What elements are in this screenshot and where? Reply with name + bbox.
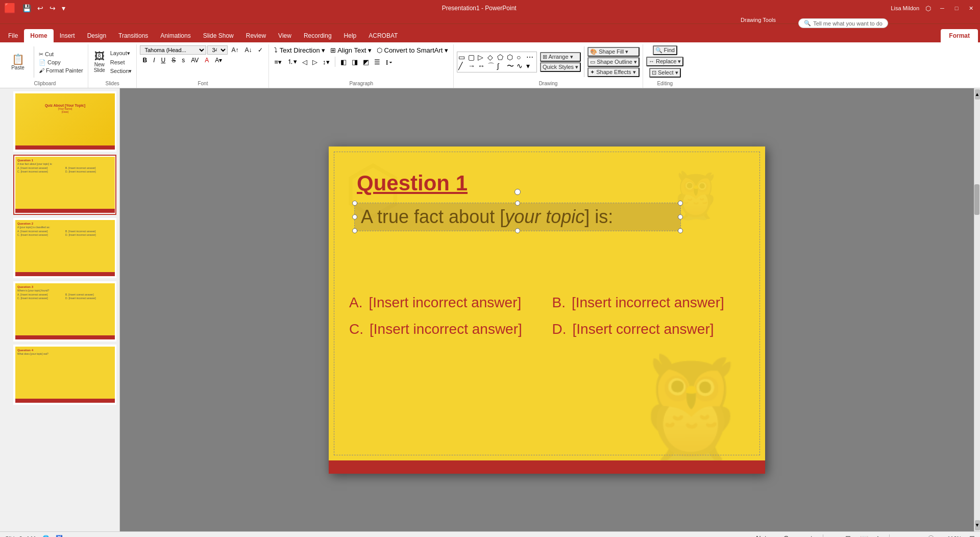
- rotate-handle[interactable]: [514, 189, 521, 195]
- shape-diamond[interactable]: ◇: [487, 53, 497, 61]
- save-button[interactable]: 💾: [20, 3, 33, 13]
- shape-effects-button[interactable]: ✦ Shape Effects ▾: [587, 67, 640, 77]
- slide-canvas[interactable]: 🦉 ⬡ 🦉 Question 1: [329, 147, 765, 474]
- answer-b[interactable]: B. [Insert incorrect answer]: [552, 295, 745, 311]
- bold-button[interactable]: B: [140, 56, 150, 65]
- shape-hex[interactable]: ⬡: [507, 53, 516, 61]
- handle-tr[interactable]: [678, 201, 683, 206]
- handle-bc[interactable]: [515, 228, 520, 233]
- normal-view-btn[interactable]: ▭: [827, 533, 839, 537]
- zoom-out-btn[interactable]: −: [894, 535, 897, 538]
- tab-recording[interactable]: Recording: [298, 29, 338, 42]
- clear-formatting-button[interactable]: ✓: [255, 45, 265, 55]
- answer-c[interactable]: C. [Insert incorrect answer]: [349, 321, 542, 337]
- scroll-up-btn[interactable]: ▲: [975, 89, 980, 100]
- numbered-list-button[interactable]: ⒈▾: [285, 56, 299, 67]
- accessibility-btn[interactable]: ♿: [56, 535, 63, 537]
- shape-circle[interactable]: ○: [517, 53, 526, 61]
- handle-ml[interactable]: [352, 214, 357, 219]
- format-painter-button[interactable]: 🖌 Format Painter: [37, 67, 85, 74]
- font-name-select[interactable]: Tahoma (Head...: [140, 45, 206, 55]
- answer-a[interactable]: A. [Insert incorrect answer]: [349, 295, 542, 311]
- shape-line[interactable]: ╱: [458, 62, 468, 71]
- paste-button[interactable]: 📋 Paste: [5, 53, 31, 71]
- line-spacing-button[interactable]: ↕▾: [321, 57, 332, 67]
- shape-arrow[interactable]: →: [468, 62, 477, 71]
- new-slide-button[interactable]: 🖼 NewSlide: [91, 50, 108, 74]
- reset-button[interactable]: Reset: [109, 59, 134, 66]
- shape-snip[interactable]: ▷: [478, 53, 487, 61]
- increase-font-size-button[interactable]: A↑: [229, 45, 241, 55]
- font-color-button[interactable]: A: [202, 56, 211, 65]
- tab-home[interactable]: Home: [24, 29, 53, 42]
- zoom-in-btn[interactable]: +: [942, 535, 945, 538]
- notes-button[interactable]: Notes: [753, 533, 776, 537]
- close-button[interactable]: ✕: [966, 3, 976, 13]
- question-subtitle-text[interactable]: A true fact about [your topic] is:: [355, 203, 680, 231]
- columns-button[interactable]: ⫿▾: [383, 57, 395, 67]
- tab-animations[interactable]: Animations: [154, 29, 197, 42]
- scroll-down-btn[interactable]: ▼: [975, 520, 980, 530]
- shape-pentagon[interactable]: ⬠: [497, 53, 506, 61]
- align-center-button[interactable]: ◨: [350, 57, 360, 67]
- comments-button[interactable]: Comments: [780, 533, 819, 537]
- tab-help[interactable]: Help: [338, 29, 363, 42]
- tab-review[interactable]: Review: [240, 29, 272, 42]
- find-button[interactable]: 🔍 Find: [653, 45, 677, 55]
- align-text-button[interactable]: ⊞ Align Text ▾: [328, 45, 374, 55]
- question-title[interactable]: Question 1: [357, 171, 468, 196]
- shape-rect[interactable]: ▭: [458, 53, 468, 61]
- shape-more[interactable]: ⋯: [526, 53, 535, 61]
- answer-d[interactable]: D. [Insert correct answer]: [552, 321, 745, 337]
- customize-button[interactable]: ▾: [60, 3, 67, 13]
- slide-thumb-3[interactable]: Question 2 A [your topic] is classified …: [13, 218, 116, 278]
- slideshow-btn[interactable]: ▶: [875, 533, 885, 537]
- shape-curve[interactable]: ∫: [497, 62, 506, 71]
- shape-fill-button[interactable]: 🎨 Shape Fill ▾: [587, 47, 640, 57]
- language-btn[interactable]: 🌐: [42, 535, 50, 537]
- shape-rounded[interactable]: ▢: [468, 53, 477, 61]
- handle-mr[interactable]: [678, 214, 683, 219]
- cut-button[interactable]: ✂ Cut: [37, 51, 85, 58]
- slide-thumb-2[interactable]: Question 1 A true fact about [your topic…: [13, 155, 116, 215]
- handle-tl[interactable]: [352, 201, 357, 206]
- underline-button[interactable]: U: [158, 56, 168, 65]
- shape-free[interactable]: 〜: [507, 62, 516, 71]
- convert-smartart-button[interactable]: ⬡ Convert to SmartArt ▾: [375, 45, 450, 55]
- redo-button[interactable]: ↪: [47, 3, 58, 13]
- tab-acrobat[interactable]: ACROBAT: [362, 29, 404, 42]
- handle-br[interactable]: [678, 228, 683, 233]
- slide-thumb-4[interactable]: Question 3 Where is [your topic] found? …: [13, 281, 116, 341]
- shape-scribble[interactable]: ∿: [517, 62, 526, 71]
- tab-insert[interactable]: Insert: [54, 29, 81, 42]
- scroll-thumb[interactable]: [974, 184, 979, 215]
- maximize-button[interactable]: □: [951, 3, 962, 13]
- strikethrough-button[interactable]: S: [169, 56, 178, 65]
- decrease-font-size-button[interactable]: A↓: [242, 45, 254, 55]
- increase-indent-button[interactable]: ▷: [310, 57, 320, 67]
- font-size-select[interactable]: 34: [207, 45, 228, 55]
- tab-transitions[interactable]: Transitions: [112, 29, 154, 42]
- tell-me-bar[interactable]: 🔍 Tell me what you want to do: [798, 18, 888, 28]
- align-left-button[interactable]: ◧: [338, 57, 349, 67]
- vertical-scrollbar[interactable]: ▲ ▼: [974, 88, 980, 531]
- quick-styles-button[interactable]: Quick Styles ▾: [540, 62, 581, 72]
- share-icon[interactable]: ⬡: [925, 5, 931, 12]
- shadow-button[interactable]: s: [179, 56, 187, 65]
- subtitle-textbox[interactable]: A true fact about [your topic] is:: [354, 203, 681, 231]
- slide-sorter-btn[interactable]: ⊞: [843, 533, 853, 537]
- italic-button[interactable]: I: [151, 56, 157, 65]
- slide-thumb-1[interactable]: Quiz About [Your Topic] [Your Name] [Dat…: [13, 91, 116, 152]
- align-right-button[interactable]: ◩: [361, 57, 371, 67]
- tab-design[interactable]: Design: [81, 29, 112, 42]
- reading-view-btn[interactable]: 📖: [857, 533, 871, 537]
- section-button[interactable]: Section ▾: [109, 67, 134, 75]
- char-spacing-button[interactable]: AV: [188, 56, 201, 65]
- text-direction-button[interactable]: ⤵ Text Direction ▾: [272, 45, 327, 55]
- replace-button[interactable]: ↔ Replace ▾: [646, 57, 683, 66]
- handle-bl[interactable]: [352, 228, 357, 233]
- select-button[interactable]: ⊡ Select ▾: [649, 68, 681, 78]
- bullet-list-button[interactable]: ≡▾: [272, 57, 284, 67]
- layout-button[interactable]: Layout ▾: [109, 50, 134, 57]
- tab-format[interactable]: Format: [941, 29, 978, 42]
